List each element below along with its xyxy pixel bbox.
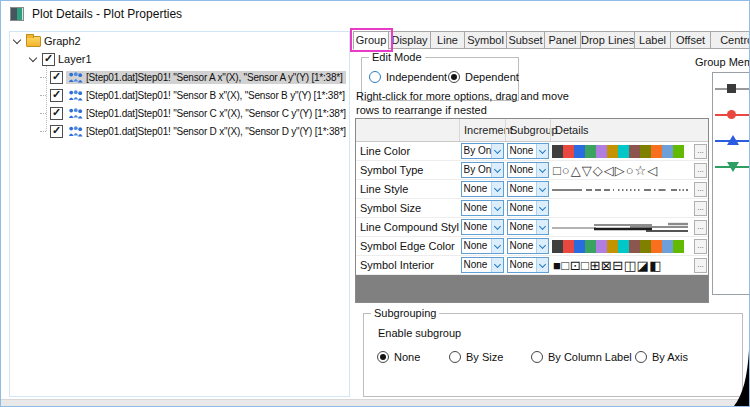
tab-centroid[interactable]: Centroid (P bbox=[711, 31, 750, 49]
folder-icon bbox=[26, 36, 41, 47]
tree-item-layer[interactable]: Layer1 bbox=[10, 50, 349, 68]
chevron-down-icon[interactable] bbox=[536, 201, 548, 215]
chevron-down-icon[interactable] bbox=[491, 258, 503, 272]
tab-drop-lines[interactable]: Drop Lines bbox=[581, 31, 635, 49]
table-row[interactable]: Symbol Interior None None ■□⊡□⊞⊠⊟◫◪◧ ... bbox=[356, 256, 708, 275]
group-members-list[interactable] bbox=[712, 72, 750, 295]
more-button[interactable]: ... bbox=[694, 258, 707, 273]
header-subgroup: Subgroup bbox=[505, 119, 550, 141]
chevron-down-icon[interactable] bbox=[491, 163, 503, 177]
increment-select[interactable]: None bbox=[461, 200, 504, 216]
table-row[interactable]: Symbol Type By One None □○△▽◇◁▷○☆◁ ... bbox=[356, 161, 708, 180]
group-member-item[interactable] bbox=[713, 131, 750, 151]
titlebar[interactable]: Plot Details - Plot Properties bbox=[1, 1, 749, 27]
plot-entry[interactable]: [Step01.dat]Step01! "Sensor D x"(X), "Se… bbox=[66, 125, 349, 138]
subgroup-select[interactable]: None bbox=[507, 200, 549, 216]
radio-by-size[interactable]: By Size bbox=[449, 351, 503, 363]
tab-offset[interactable]: Offset bbox=[671, 31, 711, 49]
subgroup-select[interactable]: None bbox=[507, 219, 549, 235]
tree-item-plot[interactable]: [Step01.dat]Step01! "Sensor B x"(X), "Se… bbox=[10, 86, 349, 104]
row-property-label: Symbol Size bbox=[356, 202, 459, 214]
table-row[interactable]: Line Color By One None ... bbox=[356, 142, 708, 161]
radio-icon[interactable] bbox=[369, 71, 381, 83]
tree-item-graph[interactable]: Graph2 bbox=[10, 32, 349, 50]
plot-checkbox[interactable] bbox=[50, 125, 63, 138]
chevron-down-icon[interactable] bbox=[536, 144, 548, 158]
tab-label[interactable]: Label bbox=[635, 31, 671, 49]
chevron-down-icon[interactable] bbox=[536, 163, 548, 177]
tab-symbol[interactable]: Symbol bbox=[465, 31, 507, 49]
more-button[interactable]: ... bbox=[694, 182, 707, 197]
details-cell: □○△▽◇◁▷○☆◁ ... bbox=[550, 161, 708, 180]
chevron-down-icon[interactable] bbox=[536, 182, 548, 196]
plot-checkbox[interactable] bbox=[50, 107, 63, 120]
radio-icon[interactable] bbox=[449, 351, 461, 363]
increment-select[interactable]: By One bbox=[461, 162, 504, 178]
plot-checkbox[interactable] bbox=[50, 71, 63, 84]
layer-checkbox[interactable] bbox=[42, 53, 55, 66]
chevron-down-icon[interactable] bbox=[536, 258, 548, 272]
chevron-down-icon[interactable] bbox=[491, 182, 503, 196]
plot-checkbox[interactable] bbox=[50, 89, 63, 102]
group-member-item[interactable] bbox=[713, 79, 750, 99]
plot-entry[interactable]: [Step01.dat]Step01! "Sensor A x"(X), "Se… bbox=[66, 71, 346, 84]
radio-dependent[interactable]: Dependent bbox=[448, 71, 519, 83]
tab-group[interactable]: Group bbox=[353, 31, 389, 50]
details-cell: ... bbox=[550, 237, 708, 256]
chevron-down-icon[interactable] bbox=[491, 220, 503, 234]
radio-icon[interactable] bbox=[635, 351, 647, 363]
plot-entry[interactable]: [Step01.dat]Step01! "Sensor B x"(X), "Se… bbox=[66, 89, 348, 102]
increment-select[interactable]: None bbox=[461, 181, 504, 197]
more-button[interactable]: ... bbox=[694, 220, 707, 235]
radio-by-column-label[interactable]: By Column Label bbox=[531, 351, 632, 363]
tree-item-plot[interactable]: [Step01.dat]Step01! "Sensor C x"(X), "Se… bbox=[10, 104, 349, 122]
chevron-down-icon[interactable] bbox=[491, 144, 503, 158]
row-property-label: Symbol Type bbox=[356, 164, 459, 176]
select-value: None bbox=[508, 144, 536, 158]
plot-entry[interactable]: [Step01.dat]Step01! "Sensor C x"(X), "Se… bbox=[66, 107, 349, 120]
subgroup-select[interactable]: None bbox=[507, 181, 549, 197]
table-row[interactable]: Line Style None None ... bbox=[356, 180, 708, 199]
table-row[interactable]: Symbol Size None None ... bbox=[356, 199, 708, 218]
subgroup-select[interactable]: None bbox=[507, 143, 549, 159]
radio-by-axis[interactable]: By Axis bbox=[635, 351, 688, 363]
increment-select[interactable]: None bbox=[461, 219, 504, 235]
chevron-down-icon[interactable] bbox=[491, 201, 503, 215]
chevron-down-icon[interactable] bbox=[491, 239, 503, 253]
increment-select[interactable]: By One bbox=[461, 143, 504, 159]
group-member-item[interactable] bbox=[713, 157, 750, 177]
radio-none[interactable]: None bbox=[377, 351, 420, 363]
radio-independent[interactable]: Independent bbox=[369, 71, 447, 83]
chevron-expanded-icon[interactable] bbox=[29, 53, 37, 61]
tab-line[interactable]: Line bbox=[431, 31, 465, 49]
subgroup-select[interactable]: None bbox=[507, 162, 549, 178]
radio-icon[interactable] bbox=[531, 351, 543, 363]
more-button[interactable]: ... bbox=[694, 201, 707, 216]
tree-item-plot[interactable]: [Step01.dat]Step01! "Sensor A x"(X), "Se… bbox=[10, 68, 349, 86]
radio-icon[interactable] bbox=[448, 71, 460, 83]
select-value: None bbox=[508, 220, 536, 234]
more-button[interactable]: ... bbox=[694, 163, 707, 178]
more-button[interactable]: ... bbox=[694, 239, 707, 254]
tab-subset[interactable]: Subset bbox=[507, 31, 545, 49]
chevron-expanded-icon[interactable] bbox=[13, 35, 21, 43]
tree-connector bbox=[40, 131, 46, 132]
table-row[interactable]: Symbol Edge Color None None ... bbox=[356, 237, 708, 256]
subgroup-select[interactable]: None bbox=[507, 238, 549, 254]
tab-panel[interactable]: Panel bbox=[545, 31, 581, 49]
color-sequence-preview bbox=[550, 240, 684, 253]
table-row[interactable]: Line Compound Style List None None ... bbox=[356, 218, 708, 237]
radio-icon[interactable] bbox=[377, 351, 389, 363]
tree-item-plot[interactable]: [Step01.dat]Step01! "Sensor D x"(X), "Se… bbox=[10, 122, 349, 140]
increment-select[interactable]: None bbox=[461, 257, 504, 273]
chevron-down-icon[interactable] bbox=[536, 239, 548, 253]
more-button[interactable]: ... bbox=[694, 144, 707, 159]
group-member-item[interactable] bbox=[713, 105, 750, 125]
line-style-preview bbox=[550, 184, 688, 195]
chevron-down-icon[interactable] bbox=[536, 220, 548, 234]
tree-connector bbox=[40, 95, 46, 96]
row-property-label: Symbol Interior bbox=[356, 259, 459, 271]
tab-display[interactable]: Display bbox=[389, 31, 431, 49]
increment-select[interactable]: None bbox=[461, 238, 504, 254]
subgroup-select[interactable]: None bbox=[507, 257, 549, 273]
